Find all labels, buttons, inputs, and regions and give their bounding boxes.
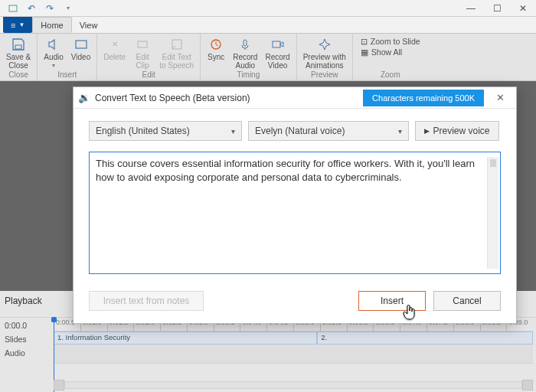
chevron-down-icon: ▾	[231, 127, 235, 136]
insert-button[interactable]: Insert	[358, 291, 426, 311]
play-icon: ▶	[424, 127, 430, 135]
dialog-title: Convert Text to Speech (Beta version)	[95, 93, 250, 103]
language-value: English (United States)	[96, 126, 190, 136]
textarea-scrollbar[interactable]	[487, 157, 498, 269]
insert-from-notes-button: Insert text from notes	[89, 291, 204, 311]
preview-voice-button[interactable]: ▶Preview voice	[415, 121, 499, 141]
preview-voice-label: Preview voice	[433, 126, 489, 136]
chevron-down-icon: ▾	[398, 127, 402, 136]
characters-remaining-badge: Characters remaining 500K	[363, 90, 484, 106]
tts-text-input[interactable]	[96, 157, 487, 269]
tts-dialog-icon: 🔉	[78, 92, 90, 103]
voice-value: Evelyn (Natural voice)	[255, 126, 345, 136]
language-select[interactable]: English (United States)▾	[89, 121, 242, 141]
text-input-wrap	[89, 152, 501, 274]
voice-select[interactable]: Evelyn (Natural voice)▾	[248, 121, 409, 141]
dialog-body: English (United States)▾ Evelyn (Natural…	[74, 109, 516, 277]
cancel-button[interactable]: Cancel	[433, 291, 501, 311]
dialog-titlebar: 🔉 Convert Text to Speech (Beta version) …	[74, 87, 516, 109]
tts-dialog: 🔉 Convert Text to Speech (Beta version) …	[73, 87, 517, 324]
dialog-footer: Insert text from notes Insert Cancel	[74, 277, 516, 323]
dialog-close-button[interactable]: ✕	[489, 92, 511, 103]
